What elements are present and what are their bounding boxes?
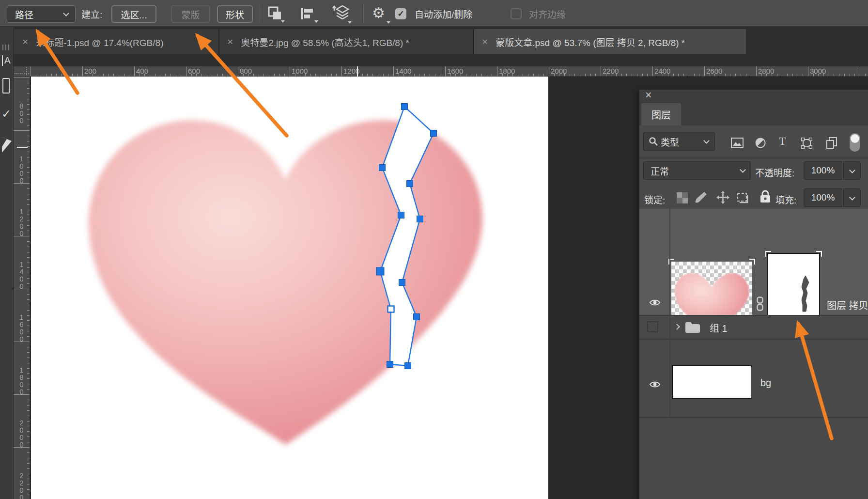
make-selection-button[interactable]: 选区... — [111, 5, 156, 23]
folder-icon — [684, 321, 700, 333]
make-shape-button[interactable]: 形状 — [217, 5, 253, 23]
group-name[interactable]: 组 1 — [710, 321, 728, 335]
close-icon[interactable]: × — [645, 89, 651, 102]
panel-grip[interactable] — [2, 45, 10, 50]
filter-shape-layers-icon[interactable] — [801, 138, 812, 149]
chevron-down-icon — [849, 194, 855, 201]
tab-ultraman2[interactable]: × 奥特曼2.jpg @ 58.5% (高达头1, RGB/8) * — [218, 29, 473, 54]
path-anchor[interactable] — [431, 130, 437, 137]
lock-artboard-icon[interactable] — [736, 191, 749, 204]
path-operations-icon[interactable] — [267, 6, 285, 22]
selection-bracket — [816, 251, 822, 257]
filter-toggle-switch[interactable] — [850, 133, 860, 152]
ruler-label: 2600 — [706, 67, 722, 75]
ruler-origin-box[interactable] — [14, 66, 30, 77]
auto-add-delete-checkbox[interactable]: ✓ — [395, 8, 406, 19]
layer-row-bg[interactable]: bg — [639, 340, 868, 417]
gear-icon[interactable]: ⚙ — [372, 4, 385, 21]
opacity-value-field[interactable]: 100% — [804, 161, 842, 180]
vertical-ruler[interactable]: 8001000120014001600180020002200 — [14, 77, 30, 499]
panel-header: × — [639, 90, 868, 103]
horizontal-ruler[interactable]: 2004006008001000120014001600180020002200… — [30, 66, 868, 77]
ruler-label: 3000 — [810, 67, 826, 75]
path-anchor[interactable] — [407, 181, 413, 187]
lock-all-icon[interactable] — [760, 190, 771, 203]
filter-smart-objects-icon[interactable] — [826, 137, 837, 149]
heart-artwork — [89, 120, 482, 445]
ruler-label: 600 — [188, 67, 200, 75]
path-alignment-icon[interactable] — [300, 7, 317, 20]
canvas-artwork — [31, 77, 548, 499]
mask-link-icon[interactable] — [756, 296, 764, 311]
layer-row-selected[interactable]: 图层 拷贝 2 — [639, 209, 868, 315]
ruler-label: 200 — [84, 67, 96, 75]
layer-filter-dropdown[interactable]: 类型 — [643, 132, 715, 151]
tool-mode-value: 路径 — [15, 8, 33, 21]
photoshop-window: 路径 建立: 选区... 蒙版 形状 ⚙ ✓ 自动添加/删除 — [0, 0, 868, 499]
ruler-label: 2400 — [654, 67, 670, 75]
ruler-label: 2200 — [603, 67, 619, 75]
path-anchor[interactable] — [399, 280, 405, 286]
commit-check-icon[interactable]: ✓ — [1, 107, 11, 121]
visibility-toggle-empty[interactable] — [647, 321, 658, 332]
close-icon[interactable]: × — [227, 36, 233, 47]
path-anchor[interactable] — [388, 306, 394, 312]
eye-visibility-icon[interactable] — [649, 298, 661, 307]
search-icon — [649, 137, 658, 146]
lock-label: 锁定: — [644, 193, 665, 206]
marquee-tool-icon[interactable] — [2, 78, 10, 94]
path-anchor[interactable] — [376, 267, 384, 275]
fill-dropdown-button[interactable] — [843, 188, 861, 207]
ruler-label: 1400 — [17, 260, 26, 289]
close-icon[interactable]: × — [22, 36, 28, 47]
path-anchor[interactable] — [417, 216, 423, 222]
align-edges-label: 对齐边缘 — [529, 0, 566, 27]
shape-tool-icon[interactable] — [1, 136, 13, 154]
divider — [639, 417, 868, 418]
filter-type-layers-icon[interactable]: T — [779, 135, 786, 148]
lock-position-move-icon[interactable] — [716, 191, 729, 204]
path-anchor[interactable] — [387, 361, 393, 368]
layers-panel: × 图层 类型 T — [639, 89, 868, 499]
fill-value-field[interactable]: 100% — [804, 188, 842, 207]
ruler-label: 1600 — [447, 67, 463, 75]
path-anchor[interactable] — [398, 212, 404, 218]
group-expand-chevron-icon[interactable] — [674, 324, 680, 330]
opacity-value: 100% — [811, 165, 835, 176]
layer-name[interactable]: 图层 拷贝 2 — [827, 298, 868, 312]
align-edges-checkbox[interactable] — [511, 8, 522, 19]
panel-tab-row: 图层 — [639, 103, 868, 125]
path-anchor[interactable] — [379, 165, 386, 171]
layer-row-group[interactable]: 组 1 — [639, 316, 868, 339]
document-tab-bar: × 未标题-1.psd @ 17.4%(RGB/8) × 奥特曼2.jpg @ … — [0, 27, 868, 66]
chevron-down-icon — [63, 10, 69, 16]
make-label: 建立: — [81, 0, 102, 27]
path-anchor[interactable] — [414, 314, 420, 320]
flyout-arrow-icon — [281, 20, 285, 23]
tab-mask-article[interactable]: × 蒙版文章.psd @ 53.7% (图层 拷贝 2, RGB/8) * — [473, 29, 746, 54]
filter-adjustment-layers-icon[interactable] — [755, 138, 766, 148]
blend-mode-dropdown[interactable]: 正常 — [643, 161, 751, 180]
fill-label: 填充: — [775, 193, 796, 206]
lock-transparency-icon[interactable] — [677, 192, 688, 203]
path-anchor[interactable] — [402, 104, 408, 110]
tab-layers[interactable]: 图层 — [641, 103, 681, 125]
eye-visibility-icon[interactable] — [649, 380, 661, 389]
type-tool-icon[interactable]: A — [2, 55, 11, 66]
make-mask-button[interactable]: 蒙版 — [171, 5, 210, 23]
path-anchor[interactable] — [405, 363, 411, 369]
layer-thumbnail-bg[interactable] — [672, 365, 751, 399]
document-canvas[interactable] — [31, 77, 548, 499]
layer-name[interactable]: bg — [760, 377, 771, 389]
tool-mode-dropdown[interactable]: 路径 — [7, 5, 76, 23]
opacity-dropdown-button[interactable] — [843, 161, 861, 180]
filter-pixel-layers-icon[interactable] — [731, 138, 744, 148]
auto-add-delete-label: 自动添加/删除 — [415, 0, 472, 27]
close-icon[interactable]: × — [482, 36, 488, 47]
tab-untitled-1[interactable]: × 未标题-1.psd @ 17.4%(RGB/8) — [15, 29, 218, 54]
opacity-label: 不透明度: — [755, 166, 794, 179]
lock-pixels-brush-icon[interactable] — [694, 191, 707, 204]
path-arrangement-icon[interactable] — [330, 5, 352, 23]
tab-title: 奥特曼2.jpg @ 58.5% (高达头1, RGB/8) * — [241, 35, 409, 48]
ruler-label: 1000 — [292, 67, 308, 75]
